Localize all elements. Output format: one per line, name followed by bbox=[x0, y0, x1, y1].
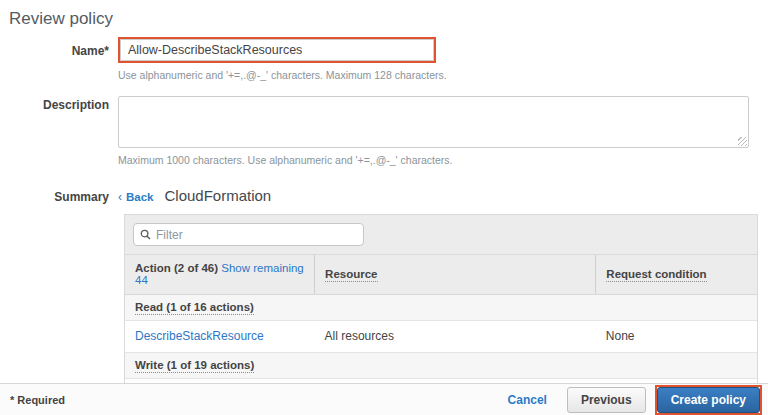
description-help-text: Maximum 1000 characters. Use alphanumeri… bbox=[118, 154, 749, 166]
name-row: Name* Use alphanumeric and '+=,.@-_' cha… bbox=[0, 37, 768, 81]
request-condition-header-label: Request condition bbox=[606, 268, 706, 282]
action-count-label: Action (2 of 46) bbox=[135, 262, 218, 274]
chevron-left-icon: ‹ bbox=[118, 190, 122, 204]
cancel-link[interactable]: Cancel bbox=[508, 393, 547, 407]
filter-input[interactable] bbox=[156, 228, 357, 242]
table-row: DescribeStackResource All resources None bbox=[125, 321, 757, 353]
description-field-area: Maximum 1000 characters. Use alphanumeri… bbox=[118, 96, 749, 166]
group-row-write: Write (1 of 19 actions) bbox=[125, 353, 757, 379]
action-link-describe-stack-resource[interactable]: DescribeStackResource bbox=[135, 329, 264, 343]
column-header-action: Action (2 of 46) Show remaining 44 bbox=[125, 255, 315, 295]
previous-button[interactable]: Previous bbox=[567, 387, 646, 413]
back-link-label: Back bbox=[126, 191, 154, 203]
description-row: Description Maximum 1000 characters. Use… bbox=[0, 96, 768, 166]
summary-row: Summary ‹Back CloudFormation bbox=[0, 187, 768, 204]
footer-action-bar: * Required Cancel Previous Create policy bbox=[0, 383, 768, 415]
summary-header: ‹Back CloudFormation bbox=[118, 187, 271, 204]
write-group-label: Write (1 of 19 actions) bbox=[135, 359, 254, 373]
service-name: CloudFormation bbox=[165, 187, 272, 204]
description-label: Description bbox=[0, 96, 118, 166]
group-row-read: Read (1 of 16 actions) bbox=[125, 295, 757, 321]
name-label: Name* bbox=[0, 37, 118, 81]
table-header-row: Action (2 of 46) Show remaining 44 Resou… bbox=[125, 255, 757, 295]
policy-description-textarea[interactable] bbox=[118, 96, 749, 148]
required-note: * Required bbox=[10, 394, 65, 406]
create-policy-button[interactable]: Create policy bbox=[657, 387, 760, 413]
name-highlight-annotation bbox=[118, 37, 436, 63]
back-link[interactable]: ‹Back bbox=[118, 190, 154, 204]
page-title: Review policy bbox=[0, 0, 768, 29]
filter-bar bbox=[125, 215, 757, 255]
filter-input-wrap[interactable] bbox=[133, 223, 364, 246]
name-field-area: Use alphanumeric and '+=,.@-_' character… bbox=[118, 37, 447, 81]
resource-header-label: Resource bbox=[325, 268, 377, 282]
column-header-resource: Resource bbox=[315, 255, 596, 295]
policy-name-input[interactable] bbox=[120, 39, 434, 61]
review-policy-form: Name* Use alphanumeric and '+=,.@-_' cha… bbox=[0, 37, 768, 204]
condition-cell: None bbox=[596, 321, 757, 353]
description-textarea-wrap bbox=[118, 96, 749, 148]
summary-panel: Action (2 of 46) Show remaining 44 Resou… bbox=[124, 214, 758, 411]
review-policy-page: Review policy Name* Use alphanumeric and… bbox=[0, 0, 768, 415]
search-icon bbox=[140, 229, 151, 240]
summary-label: Summary bbox=[0, 190, 118, 204]
column-header-request-condition: Request condition bbox=[596, 255, 757, 295]
resource-cell: All resources bbox=[315, 321, 596, 353]
read-group-label: Read (1 of 16 actions) bbox=[135, 301, 254, 315]
create-policy-highlight-annotation: Create policy bbox=[655, 385, 762, 415]
name-help-text: Use alphanumeric and '+=,.@-_' character… bbox=[118, 69, 447, 81]
